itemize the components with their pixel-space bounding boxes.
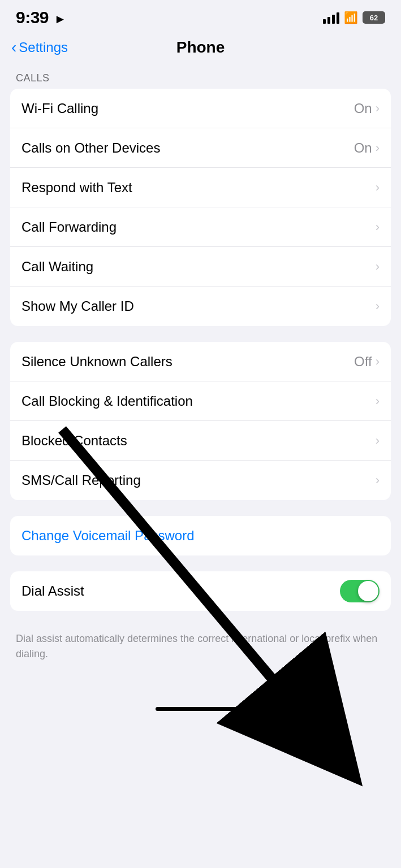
signal-bar-3 xyxy=(332,15,335,24)
wifi-icon: 📶 xyxy=(344,11,358,24)
home-bar xyxy=(156,707,246,711)
call-blocking-row[interactable]: Call Blocking & Identification › xyxy=(10,381,391,421)
call-forwarding-label: Call Forwarding xyxy=(21,219,117,235)
home-indicator xyxy=(0,696,401,720)
sms-call-reporting-chevron: › xyxy=(376,473,380,488)
show-caller-id-label: Show My Caller ID xyxy=(21,298,134,314)
dial-assist-note: Dial assist automatically determines the… xyxy=(0,627,401,662)
back-button[interactable]: ‹ Settings xyxy=(11,40,68,55)
wifi-calling-value: On xyxy=(354,101,372,116)
calls-other-devices-row[interactable]: Calls on Other Devices On › xyxy=(10,128,391,168)
silence-unknown-row[interactable]: Silence Unknown Callers Off › xyxy=(10,342,391,381)
location-icon: ► xyxy=(54,12,67,26)
sms-call-reporting-label: SMS/Call Reporting xyxy=(21,472,141,488)
back-chevron-icon: ‹ xyxy=(11,40,16,55)
calls-section-label: CALLS xyxy=(0,66,401,89)
silence-unknown-chevron: › xyxy=(376,354,380,369)
dial-assist-label: Dial Assist xyxy=(21,583,84,599)
dial-assist-row[interactable]: Dial Assist xyxy=(10,571,391,611)
blocked-contacts-chevron: › xyxy=(376,433,380,448)
respond-with-text-label: Respond with Text xyxy=(21,180,132,196)
respond-with-text-row[interactable]: Respond with Text › xyxy=(10,168,391,207)
battery-indicator: 62 xyxy=(363,11,385,24)
call-waiting-label: Call Waiting xyxy=(21,259,93,275)
voicemail-settings-group: Change Voicemail Password xyxy=(10,516,391,555)
wifi-calling-label: Wi-Fi Calling xyxy=(21,101,98,116)
status-bar: 9:39 ► 📶 62 xyxy=(0,0,401,33)
call-waiting-chevron: › xyxy=(376,259,380,274)
calls-settings-group: Wi-Fi Calling On › Calls on Other Device… xyxy=(10,89,391,326)
calls-other-devices-chevron: › xyxy=(376,141,380,155)
calls-other-devices-label: Calls on Other Devices xyxy=(21,140,160,156)
respond-with-text-chevron: › xyxy=(376,180,380,195)
silence-unknown-value: Off xyxy=(354,354,372,370)
wifi-calling-chevron: › xyxy=(376,101,380,116)
calls-other-devices-value: On xyxy=(354,140,372,156)
show-caller-id-row[interactable]: Show My Caller ID › xyxy=(10,287,391,326)
wifi-calling-row[interactable]: Wi-Fi Calling On › xyxy=(10,89,391,128)
status-icons: 📶 62 xyxy=(323,11,385,24)
call-blocking-chevron: › xyxy=(376,394,380,409)
dial-assist-toggle[interactable] xyxy=(340,580,380,602)
sms-call-reporting-row[interactable]: SMS/Call Reporting › xyxy=(10,461,391,500)
dial-assist-settings-group: Dial Assist xyxy=(10,571,391,611)
dial-assist-toggle-track[interactable] xyxy=(340,580,380,602)
signal-bar-2 xyxy=(327,17,330,24)
signal-bars xyxy=(323,11,339,24)
status-time-area: 9:39 ► xyxy=(16,8,66,27)
signal-bar-1 xyxy=(323,19,326,24)
call-forwarding-row[interactable]: Call Forwarding › xyxy=(10,207,391,247)
change-voicemail-password-label: Change Voicemail Password xyxy=(21,528,195,544)
blocking-settings-group: Silence Unknown Callers Off › Call Block… xyxy=(10,342,391,500)
dial-assist-toggle-knob xyxy=(358,581,378,601)
signal-bar-4 xyxy=(337,12,339,24)
status-time: 9:39 xyxy=(16,8,49,27)
call-waiting-row[interactable]: Call Waiting › xyxy=(10,247,391,287)
show-caller-id-chevron: › xyxy=(376,299,380,314)
call-blocking-label: Call Blocking & Identification xyxy=(21,393,193,409)
silence-unknown-label: Silence Unknown Callers xyxy=(21,354,173,370)
change-voicemail-password-row[interactable]: Change Voicemail Password xyxy=(10,516,391,555)
call-forwarding-chevron: › xyxy=(376,220,380,235)
nav-bar: ‹ Settings Phone xyxy=(0,33,401,66)
page-title: Phone xyxy=(176,38,225,57)
blocked-contacts-label: Blocked Contacts xyxy=(21,433,127,449)
back-label: Settings xyxy=(19,40,68,55)
blocked-contacts-row[interactable]: Blocked Contacts › xyxy=(10,421,391,461)
